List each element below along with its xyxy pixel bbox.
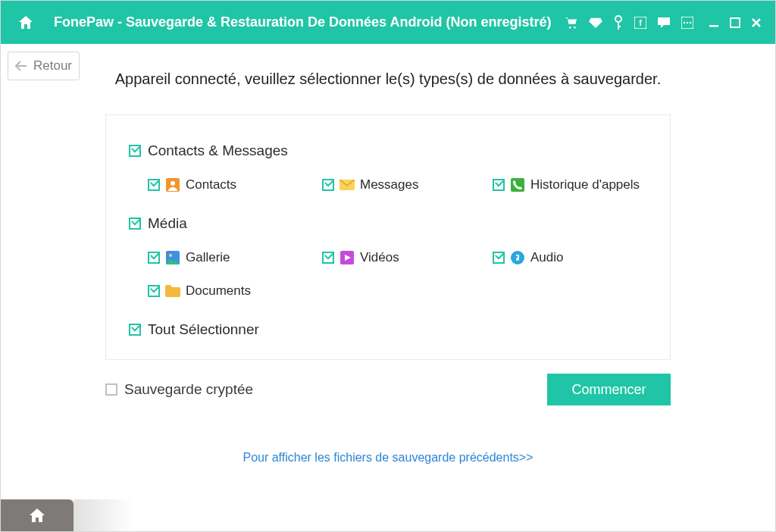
window-title: FonePaw - Sauvegarde & Restauration De D… (54, 14, 565, 30)
titlebar-right-icons: f (565, 15, 762, 30)
home-button[interactable] (14, 11, 37, 34)
checkbox-encrypted[interactable] (105, 383, 117, 396)
menu-icon[interactable] (681, 17, 693, 29)
cart-icon[interactable] (565, 17, 578, 29)
titlebar: FonePaw - Sauvegarde & Restauration De D… (1, 1, 775, 44)
item-audio[interactable]: Audio (493, 250, 663, 265)
checkbox-media[interactable] (129, 217, 141, 230)
feedback-icon[interactable] (657, 17, 671, 29)
checkbox-contacts-messages[interactable] (129, 145, 141, 157)
item-label: Messages (360, 177, 418, 192)
gallery-icon (165, 250, 180, 265)
item-call-history[interactable]: Historique d'appels (493, 177, 663, 192)
home-icon (28, 507, 46, 524)
svg-rect-4 (618, 26, 621, 27)
checkbox-documents[interactable] (148, 285, 160, 297)
audio-icon (510, 250, 525, 265)
home-icon (17, 14, 35, 32)
item-label: Vidéos (360, 250, 399, 265)
item-messages[interactable]: Messages (322, 177, 493, 192)
item-contacts[interactable]: Contacts (148, 177, 322, 192)
below-panel: Sauvegarde cryptée Commencer (105, 374, 671, 405)
category-label: Média (148, 215, 187, 232)
messages-icon (340, 177, 355, 192)
checkbox-videos[interactable] (322, 252, 334, 264)
svg-point-1 (574, 26, 576, 28)
select-all-label: Tout Sélectionner (148, 321, 259, 338)
checkbox-select-all[interactable] (129, 324, 141, 336)
diamond-icon[interactable] (589, 17, 602, 29)
svg-rect-12 (731, 18, 740, 27)
instruction-text: Appareil connecté, veuillez sélectionner… (1, 70, 775, 88)
svg-rect-16 (511, 178, 524, 192)
maximize-button[interactable] (730, 17, 740, 28)
item-gallery[interactable]: Gallerie (148, 250, 322, 265)
item-label: Audio (530, 250, 563, 265)
item-label: Gallerie (186, 250, 230, 265)
checkbox-contacts[interactable] (148, 179, 160, 191)
facebook-icon[interactable]: f (634, 17, 646, 29)
svg-point-9 (687, 21, 688, 23)
key-icon[interactable] (613, 15, 624, 30)
svg-point-10 (690, 21, 691, 23)
category-contacts-messages[interactable]: Contacts & Messages (129, 142, 647, 159)
encrypted-backup[interactable]: Sauvegarde cryptée (105, 381, 253, 398)
phone-icon (510, 177, 525, 192)
svg-rect-11 (709, 25, 718, 27)
contacts-icon (165, 177, 180, 192)
start-button-label: Commencer (571, 382, 646, 397)
svg-text:f: f (639, 18, 642, 27)
start-button[interactable]: Commencer (547, 374, 671, 405)
svg-point-2 (615, 16, 621, 22)
content-area: Appareil connecté, veuillez sélectionner… (1, 44, 775, 465)
minimize-button[interactable] (709, 17, 719, 28)
category-media[interactable]: Média (129, 215, 647, 232)
category-label: Contacts & Messages (148, 142, 288, 159)
selection-panel: Contacts & Messages Contacts Messages (105, 114, 671, 360)
select-all[interactable]: Tout Sélectionner (129, 321, 647, 338)
svg-point-8 (684, 21, 685, 23)
encrypted-label: Sauvegarde cryptée (124, 381, 253, 398)
item-label: Contacts (186, 177, 236, 192)
footer-shadow (74, 499, 134, 531)
documents-icon (165, 283, 180, 299)
item-label: Documents (186, 283, 251, 299)
svg-point-0 (569, 26, 571, 28)
item-videos[interactable]: Vidéos (322, 250, 493, 265)
close-button[interactable] (751, 17, 762, 28)
previous-backups-link[interactable]: Pour afficher les fichiers de sauvegarde… (1, 451, 775, 465)
videos-icon (340, 250, 355, 265)
svg-point-18 (169, 254, 172, 257)
checkbox-call-history[interactable] (493, 179, 505, 191)
items-media: Gallerie Vidéos Audio (148, 250, 647, 299)
svg-point-14 (171, 181, 175, 186)
item-label: Historique d'appels (530, 177, 640, 192)
checkbox-gallery[interactable] (148, 252, 160, 264)
checkbox-messages[interactable] (322, 179, 334, 191)
items-contacts-messages: Contacts Messages Historique d'appels (148, 177, 647, 192)
footer-home-button[interactable] (1, 499, 74, 531)
item-documents[interactable]: Documents (148, 283, 322, 299)
checkbox-audio[interactable] (493, 252, 505, 264)
